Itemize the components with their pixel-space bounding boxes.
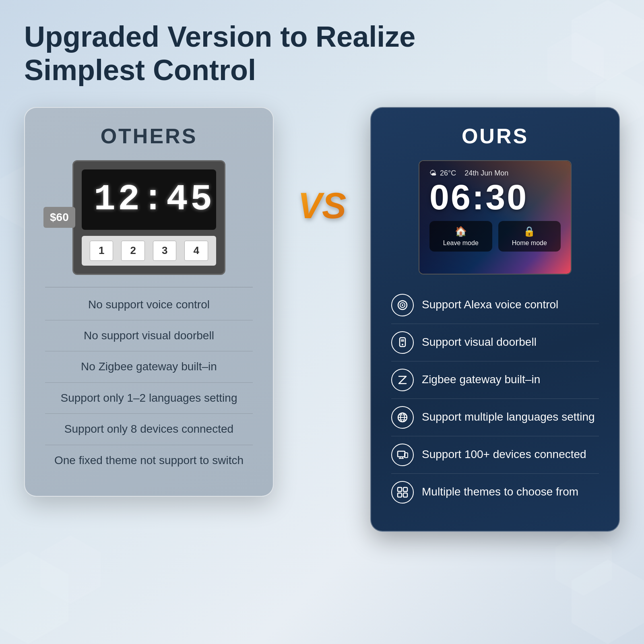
ours-feature-2-label: Support visual doorbell — [422, 335, 537, 349]
temperature: 26°C — [440, 169, 456, 178]
button-4: 4 — [184, 241, 208, 261]
home-mode-icon: 🔒 — [523, 226, 535, 237]
others-card: OTHERS $60 12:45 1 2 3 4 No support voic… — [24, 107, 274, 497]
ours-feature-4-label: Support multiple languages setting — [422, 410, 595, 424]
ours-feature-6: Multiple themes to choose from — [391, 474, 599, 511]
home-mode-label: Home mode — [512, 239, 547, 247]
alexa-icon — [391, 294, 414, 316]
svg-point-2 — [402, 304, 403, 306]
screen-modes: 🏠 Leave mode 🔒 Home mode — [429, 221, 561, 252]
ours-card: OURS 🌤 26°C 24th Jun Mon 06:30 🏠 Lea — [370, 107, 620, 532]
ours-feature-1: Support Alexa voice control — [391, 287, 599, 324]
weather-icon: 🌤 — [429, 169, 437, 178]
others-device: $60 12:45 1 2 3 4 — [72, 160, 225, 275]
hex-decoration — [0, 551, 68, 644]
svg-rect-4 — [401, 339, 404, 342]
others-feature-5: Support only 8 devices connected — [45, 414, 253, 445]
ours-heading: OURS — [391, 124, 599, 148]
hex-decoration — [572, 559, 644, 644]
svg-rect-18 — [403, 493, 407, 497]
leave-mode-label: Leave mode — [443, 239, 479, 247]
ours-feature-1-label: Support Alexa voice control — [422, 297, 558, 312]
date: 24th Jun Mon — [464, 169, 508, 178]
doorbell-icon — [391, 331, 414, 354]
others-feature-6: One fixed theme not support to switch — [45, 445, 253, 476]
ours-feature-6-label: Multiple themes to choose from — [422, 485, 578, 499]
devices-icon — [391, 444, 414, 466]
ours-feature-5-label: Support 100+ devices connected — [422, 447, 586, 462]
ours-device: 🌤 26°C 24th Jun Mon 06:30 🏠 Leave mode 🔒 — [419, 160, 572, 275]
ours-feature-3-label: Zigbee gateway built–in — [422, 372, 540, 387]
svg-rect-11 — [398, 451, 405, 457]
svg-point-5 — [402, 344, 403, 345]
vs-container: VS — [298, 188, 346, 224]
ours-feature-4: Support multiple languages setting — [391, 399, 599, 436]
others-feature-list: No support voice control No support visu… — [45, 289, 253, 476]
leave-mode-button: 🏠 Leave mode — [429, 221, 492, 252]
ours-screen: 🌤 26°C 24th Jun Mon 06:30 🏠 Leave mode 🔒 — [419, 161, 571, 274]
comparison-area: OTHERS $60 12:45 1 2 3 4 No support voic… — [24, 107, 620, 532]
ours-feature-3: Zigbee gateway built–in — [391, 361, 599, 399]
zigbee-icon — [391, 369, 414, 391]
button-1: 1 — [90, 241, 114, 261]
button-2: 2 — [121, 241, 145, 261]
ours-feature-list: Support Alexa voice control Support visu… — [391, 287, 599, 511]
buttons-row: 1 2 3 4 — [82, 236, 216, 266]
home-mode-button: 🔒 Home mode — [498, 221, 561, 252]
price-tag: $60 — [43, 207, 75, 228]
ours-feature-2: Support visual doorbell — [391, 324, 599, 361]
others-heading: OTHERS — [45, 124, 253, 148]
screen-weather: 🌤 26°C 24th Jun Mon — [429, 169, 561, 178]
vs-badge: VS — [298, 188, 346, 224]
themes-icon — [391, 481, 414, 504]
top-divider — [45, 287, 253, 287]
content-wrapper: Upgraded Version to Realize Simplest Con… — [0, 0, 644, 548]
others-feature-2: No support visual doorbell — [45, 320, 253, 351]
others-feature-1: No support voice control — [45, 289, 253, 320]
digital-display: 12:45 — [82, 169, 216, 230]
page-title: Upgraded Version to Realize Simplest Con… — [24, 20, 427, 87]
button-3: 3 — [153, 241, 177, 261]
others-time: 12:45 — [94, 182, 204, 218]
globe-icon — [391, 406, 414, 429]
svg-rect-16 — [403, 487, 407, 491]
leave-mode-icon: 🏠 — [455, 226, 467, 237]
others-feature-3: No Zigbee gateway built–in — [45, 351, 253, 382]
svg-rect-15 — [398, 487, 402, 491]
ours-screen-time: 06:30 — [429, 180, 561, 215]
ours-feature-5: Support 100+ devices connected — [391, 436, 599, 474]
svg-rect-17 — [398, 493, 402, 497]
others-feature-4: Support only 1–2 languages setting — [45, 383, 253, 414]
